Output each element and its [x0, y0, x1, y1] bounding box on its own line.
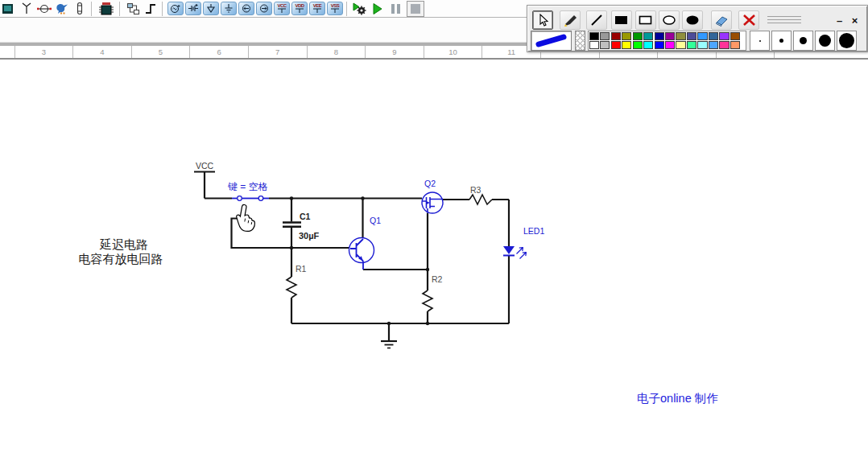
q1-ref-label[interactable]: Q1 [370, 216, 381, 225]
vcc-label: VCC [196, 161, 214, 171]
c1-ref-label[interactable]: C1 [300, 212, 311, 221]
filled-rectangle-tool-button[interactable] [611, 10, 632, 30]
color-swatch[interactable] [730, 32, 740, 40]
delete-all-button[interactable] [738, 10, 759, 30]
select-tool-button[interactable] [532, 10, 553, 30]
color-swatch[interactable] [643, 32, 653, 40]
color-swatch[interactable] [719, 32, 729, 40]
color-swatch[interactable] [622, 32, 631, 40]
r2-ref-label[interactable]: R2 [432, 274, 443, 284]
pen-tool-button[interactable] [560, 10, 581, 30]
switch-component[interactable]: 键 = 空格 [228, 181, 269, 220]
color-swatch[interactable] [719, 41, 729, 49]
note-line2: 电容有放电回路 [79, 252, 163, 266]
color-palette [588, 31, 746, 51]
q2-ref-label[interactable]: Q2 [424, 179, 436, 188]
r1-ref-label[interactable]: R1 [296, 264, 307, 274]
line-tool-button[interactable] [586, 10, 607, 30]
color-swatch[interactable] [643, 41, 653, 49]
color-swatch[interactable] [633, 32, 643, 40]
led1-ref-label[interactable]: LED1 [523, 226, 544, 236]
switch-key-label: 键 = 空格 [228, 181, 268, 192]
transistor-q2[interactable]: Q2 [422, 179, 443, 213]
brush-size-button[interactable] [815, 31, 835, 51]
circuit-drawing: VCC 键 = 空格 C1 30µF R1 R [0, 0, 868, 457]
color-swatch[interactable] [611, 41, 621, 49]
color-swatch[interactable] [687, 41, 696, 49]
c1-value-label[interactable]: 30µF [299, 231, 320, 241]
credit-text: 电子online 制作 [637, 392, 718, 405]
color-swatch[interactable] [697, 41, 707, 49]
brush-size-button[interactable] [771, 31, 792, 51]
r3-ref-label[interactable]: R3 [470, 185, 482, 195]
brush-size-button[interactable] [793, 31, 813, 51]
color-swatch[interactable] [665, 41, 675, 49]
note-line1: 延迟电路 [99, 237, 148, 251]
color-swatch[interactable] [600, 41, 610, 49]
ellipse-tool-button[interactable] [659, 10, 680, 30]
hand-cursor [234, 204, 258, 233]
color-swatch[interactable] [730, 41, 740, 49]
brush-size-button[interactable] [837, 31, 857, 51]
close-button[interactable]: × [848, 14, 862, 27]
color-swatch[interactable] [655, 41, 664, 49]
brush-size-button[interactable] [750, 31, 770, 51]
color-swatch[interactable] [709, 32, 718, 40]
color-swatch[interactable] [676, 32, 685, 40]
color-swatch[interactable] [687, 32, 696, 40]
color-swatch[interactable] [709, 41, 718, 49]
rectangle-tool-button[interactable] [635, 10, 656, 30]
color-swatch[interactable] [600, 32, 610, 40]
color-swatch[interactable] [611, 32, 621, 40]
junction-dots [290, 196, 429, 325]
eraser-tool-button[interactable] [711, 10, 732, 30]
application-window: VCC VDD VEE VSS 34567891011 [0, 0, 868, 457]
resistor-r3[interactable]: R3 [469, 185, 492, 204]
paint-toolbar-window[interactable]: – × [527, 5, 868, 52]
color-swatch[interactable] [676, 41, 685, 49]
minimize-button[interactable]: – [833, 14, 846, 27]
color-swatch[interactable] [622, 41, 631, 49]
resistor-r2[interactable]: R2 [423, 274, 443, 311]
resistor-r1[interactable]: R1 [287, 264, 307, 298]
color-swatch[interactable] [589, 41, 599, 49]
toolbar-drag-handle[interactable] [767, 16, 801, 25]
vcc-power-symbol[interactable]: VCC [194, 161, 215, 172]
color-swatch[interactable] [665, 32, 675, 40]
transistor-q1[interactable]: Q1 [349, 216, 382, 270]
color-swatch[interactable] [655, 32, 664, 40]
filled-ellipse-tool-button[interactable] [682, 10, 703, 30]
color-swatch[interactable] [697, 32, 707, 40]
size-buttons [750, 31, 857, 51]
color-swatch[interactable] [589, 32, 599, 40]
current-stroke-preview [531, 31, 572, 51]
transparent-swatch[interactable] [575, 31, 585, 51]
capacitor-c1[interactable]: C1 30µF [283, 212, 320, 241]
ground-symbol[interactable] [381, 341, 397, 348]
color-swatch[interactable] [633, 41, 643, 49]
